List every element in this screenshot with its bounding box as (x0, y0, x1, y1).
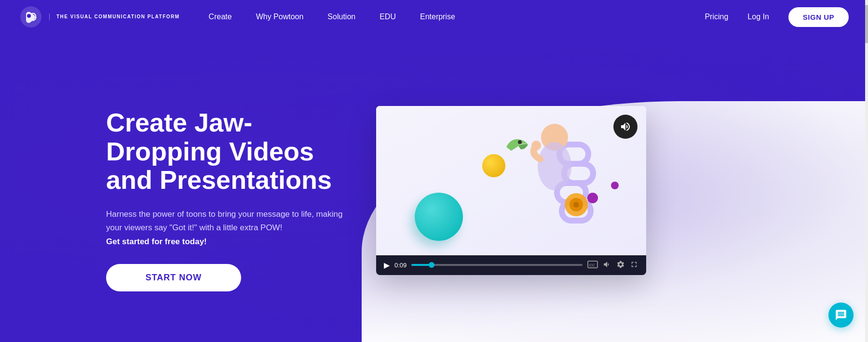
navbar: THE VISUAL COMMUNICATION PLATFORM Create… (0, 0, 868, 34)
logo-area: THE VISUAL COMMUNICATION PLATFORM (19, 5, 180, 28)
nav-solution[interactable]: Solution (327, 13, 355, 21)
hero-text-block: Create Jaw-Dropping Videos and Presentat… (106, 108, 347, 291)
svg-point-9 (573, 202, 579, 208)
volume-icon (620, 121, 631, 132)
progress-bar[interactable] (411, 264, 583, 266)
svg-point-11 (538, 142, 571, 190)
main-content: Create Jaw-Dropping Videos and Presentat… (0, 34, 868, 342)
svg-point-14 (611, 182, 619, 189)
purple-dot (587, 193, 598, 203)
chat-icon (835, 309, 847, 321)
svg-point-13 (518, 140, 522, 144)
settings-button[interactable] (616, 260, 625, 270)
video-controls-bar: ▶ 0:09 CC (376, 255, 646, 275)
start-now-button[interactable]: START NOW (106, 264, 241, 291)
volume-control[interactable] (603, 260, 611, 270)
nav-why[interactable]: Why Powtoon (256, 13, 304, 21)
svg-point-1 (27, 14, 31, 18)
logo-tagline: THE VISUAL COMMUNICATION PLATFORM (49, 13, 180, 20)
play-button[interactable]: ▶ (384, 261, 390, 270)
pricing-link[interactable]: Pricing (705, 13, 728, 21)
hero-title: Create Jaw-Dropping Videos and Presentat… (106, 108, 347, 194)
scrollbar (865, 0, 868, 342)
hero-subtitle: Harness the power of toons to bring your… (106, 208, 347, 234)
teal-sphere (415, 193, 463, 241)
video-screen (376, 106, 646, 255)
svg-point-12 (531, 141, 541, 150)
progress-handle (429, 262, 434, 268)
nav-enterprise[interactable]: Enterprise (420, 13, 455, 21)
bird-decoration (502, 132, 530, 157)
cc-button[interactable]: CC (587, 261, 598, 270)
fullscreen-button[interactable] (630, 260, 638, 270)
svg-text:CC: CC (589, 263, 595, 267)
progress-fill (411, 264, 432, 266)
sound-button[interactable] (613, 115, 637, 139)
powtoon-logo-icon (19, 5, 42, 28)
deco-dots (608, 178, 622, 193)
nav-links: Create Why Powtoon Solution EDU Enterpri… (209, 13, 705, 21)
scrollbar-thumb[interactable] (865, 5, 868, 43)
video-player: ▶ 0:09 CC (376, 106, 646, 275)
person-figure (526, 120, 583, 197)
yellow-sphere (482, 154, 505, 177)
hero-cta-text: Get started for free today! (106, 237, 347, 247)
signup-button[interactable]: SIGN UP (788, 7, 849, 27)
nav-right: Pricing Log In SIGN UP (705, 7, 849, 27)
time-display: 0:09 (394, 262, 407, 269)
login-link[interactable]: Log In (747, 13, 769, 21)
nav-create[interactable]: Create (209, 13, 232, 21)
nav-edu[interactable]: EDU (380, 13, 396, 21)
chat-bubble-button[interactable] (828, 303, 854, 328)
